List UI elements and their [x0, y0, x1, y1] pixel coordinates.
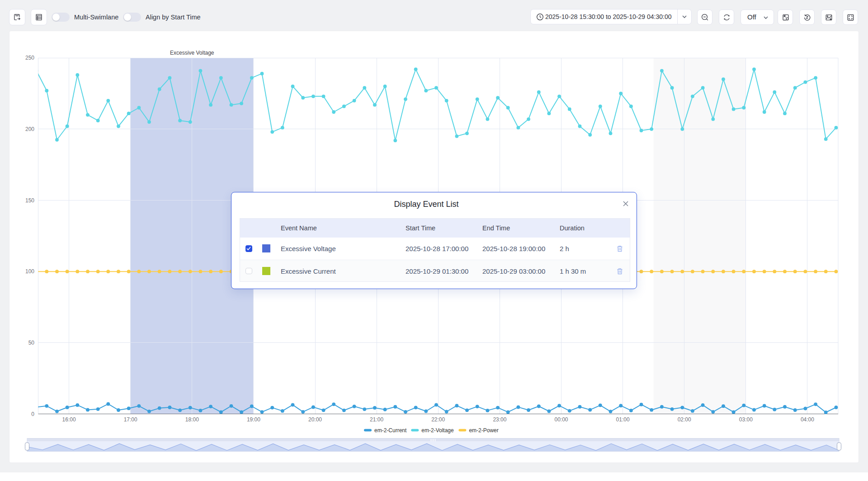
svg-text:01:00: 01:00: [616, 416, 630, 423]
svg-text:em-2-Current: em-2-Current: [374, 427, 407, 434]
svg-text:em-2-Voltage: em-2-Voltage: [421, 427, 454, 434]
svg-text:em-2-Power: em-2-Power: [469, 427, 498, 434]
svg-text:00:00: 00:00: [554, 416, 568, 423]
svg-text:21:00: 21:00: [370, 416, 383, 423]
svg-text:18:00: 18:00: [185, 416, 199, 423]
svg-text:250: 250: [25, 55, 34, 61]
svg-text:22:00: 22:00: [431, 416, 445, 423]
svg-text:Excessive Voltage: Excessive Voltage: [170, 50, 214, 56]
svg-text:16:00: 16:00: [62, 416, 76, 423]
svg-text:50: 50: [28, 340, 35, 346]
svg-text:19:00: 19:00: [247, 416, 260, 423]
svg-text:02:00: 02:00: [678, 416, 691, 423]
svg-text:23:00: 23:00: [493, 416, 506, 423]
svg-text:200: 200: [25, 126, 34, 132]
svg-text:03:00: 03:00: [739, 416, 753, 423]
svg-text:04:00: 04:00: [801, 416, 814, 423]
svg-text:0: 0: [31, 411, 34, 417]
svg-text:17:00: 17:00: [124, 416, 137, 423]
svg-text:20:00: 20:00: [308, 416, 322, 423]
svg-text:100: 100: [25, 268, 34, 275]
svg-text:150: 150: [25, 197, 34, 204]
